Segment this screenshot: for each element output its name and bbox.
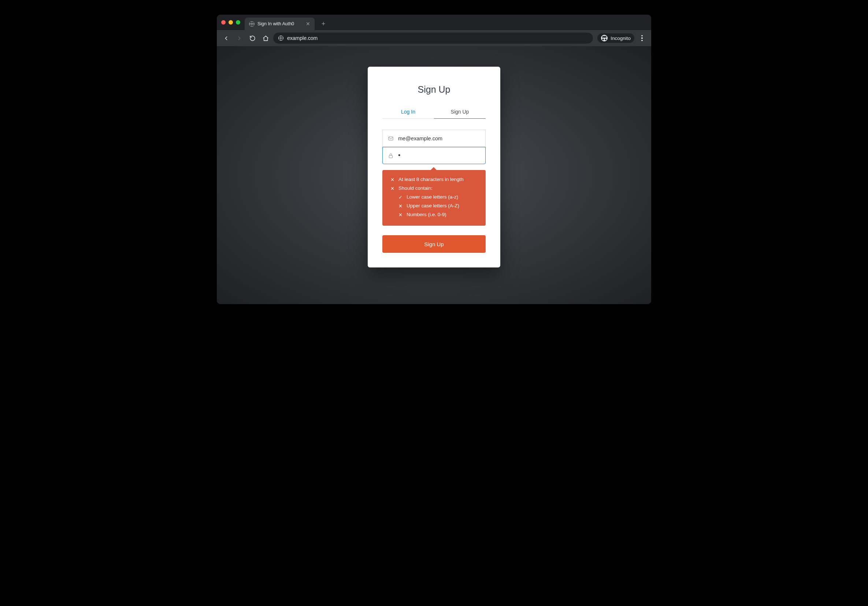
back-button[interactable] xyxy=(220,33,231,44)
tab-title: Sign In with Auth0 xyxy=(257,21,294,26)
url-text: example.com xyxy=(287,35,318,41)
signup-button[interactable]: Sign Up xyxy=(382,235,486,253)
hint-upper: Upper case letters (A-Z) xyxy=(406,203,459,208)
browser-menu-button[interactable] xyxy=(637,33,648,44)
globe-icon xyxy=(249,21,254,27)
tab-signup[interactable]: Sign Up xyxy=(434,105,486,118)
new-tab-button[interactable]: + xyxy=(318,19,329,29)
password-field[interactable]: • xyxy=(398,152,401,159)
auth-card: Sign Up Log In Sign Up • ✕ A xyxy=(368,67,500,267)
password-requirements: ✕ At least 8 characters in length ✕ Shou… xyxy=(382,170,486,226)
close-tab-icon[interactable]: ✕ xyxy=(306,21,310,26)
mail-icon xyxy=(388,135,394,141)
lock-icon xyxy=(388,153,394,158)
page-content: Sign Up Log In Sign Up • ✕ A xyxy=(217,46,651,304)
password-field-wrapper[interactable]: • xyxy=(382,147,486,164)
auth-tabs: Log In Sign Up xyxy=(382,105,486,119)
page-title: Sign Up xyxy=(382,84,486,95)
home-button[interactable] xyxy=(260,33,271,44)
hint-contain: Should contain: xyxy=(398,185,432,191)
hint-length: At least 8 characters in length xyxy=(398,177,463,182)
incognito-label: Incognito xyxy=(611,36,631,41)
x-icon: ✕ xyxy=(398,203,403,210)
close-window-icon[interactable] xyxy=(221,20,226,25)
x-icon: ✕ xyxy=(398,212,403,218)
address-bar[interactable]: example.com xyxy=(273,33,593,44)
hint-numbers: Numbers (i.e. 0-9) xyxy=(406,212,446,217)
email-field-wrapper[interactable] xyxy=(382,130,486,147)
check-icon: ✓ xyxy=(398,194,403,201)
browser-titlebar: Sign In with Auth0 ✕ + xyxy=(217,15,651,30)
site-info-icon[interactable] xyxy=(278,36,284,41)
x-icon: ✕ xyxy=(390,177,395,183)
window-controls xyxy=(221,20,240,25)
x-icon: ✕ xyxy=(390,185,395,192)
tab-signup-label: Sign Up xyxy=(451,109,469,115)
browser-window: Sign In with Auth0 ✕ + example.com Incog… xyxy=(217,15,651,304)
maximize-window-icon[interactable] xyxy=(236,20,240,25)
tab-login[interactable]: Log In xyxy=(382,105,434,118)
email-field[interactable] xyxy=(398,135,480,141)
browser-tab[interactable]: Sign In with Auth0 ✕ xyxy=(245,17,315,30)
svg-rect-1 xyxy=(389,155,392,158)
incognito-badge[interactable]: Incognito xyxy=(597,33,634,43)
minimize-window-icon[interactable] xyxy=(229,20,233,25)
hint-lower: Lower case letters (a-z) xyxy=(406,194,458,200)
incognito-icon xyxy=(601,35,608,41)
browser-toolbar: example.com Incognito xyxy=(217,30,651,46)
svg-rect-0 xyxy=(389,137,393,140)
tab-login-label: Log In xyxy=(401,109,415,115)
forward-button[interactable] xyxy=(234,33,245,44)
signup-button-label: Sign Up xyxy=(424,241,443,247)
reload-button[interactable] xyxy=(247,33,258,44)
